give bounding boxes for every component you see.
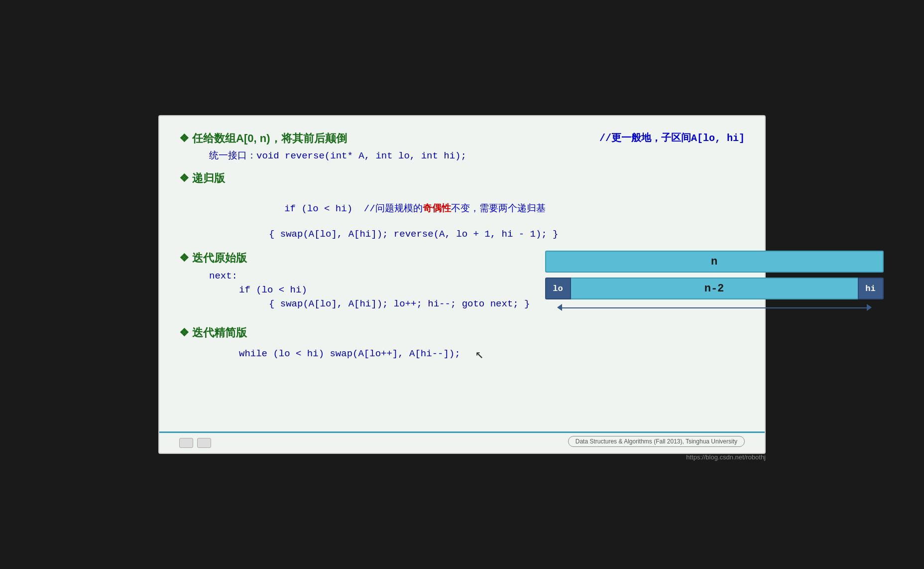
iterative-refined-section: ❖ 迭代精简版 while (lo < hi) swap(A[lo++], A[… <box>179 325 745 362</box>
bar-hi: hi <box>858 278 884 299</box>
iterative-body-line: { swap(A[lo], A[hi]); lo++; hi--; goto n… <box>269 298 530 309</box>
while-line: while (lo < hi) swap(A[lo++], A[hi--]); <box>239 348 461 359</box>
arrow-left <box>557 304 562 311</box>
bar-n: n <box>545 251 884 273</box>
next-label: next: <box>209 271 530 282</box>
footer-btn-1[interactable] <box>179 438 193 448</box>
header-section: ❖ 任给数组A[0, n)，将其前后颠倒 //更一般地，子区间A[lo, hi] <box>179 131 745 146</box>
recursive-section: ❖ 递归版 if (lo < hi) //问题规模的奇偶性不变，需要两个递归基 … <box>179 171 745 240</box>
main-title: ❖ 任给数组A[0, n)，将其前后颠倒 <box>179 131 347 146</box>
arrow-row <box>545 300 884 314</box>
recursive-if-text: if (lo < hi) <box>284 203 364 214</box>
arrow-right <box>867 304 872 311</box>
while-line-row: while (lo < hi) swap(A[lo++], A[hi--]); … <box>239 345 745 362</box>
array-diagram: n lo n-2 hi <box>545 251 884 314</box>
arrow-line <box>558 307 871 308</box>
bar-row: lo n-2 hi <box>545 278 884 299</box>
cursor-icon: ↖ <box>475 345 484 362</box>
bottom-bar <box>159 431 765 433</box>
recursive-title: ❖ 递归版 <box>179 171 745 186</box>
recursive-if-line: if (lo < hi) //问题规模的奇偶性不变，需要两个递归基 <box>239 191 745 226</box>
top-right-comment: //更一般地，子区间A[lo, hi] <box>599 131 745 144</box>
iterative-orig-section: ❖ 迭代原始版 next: if (lo < hi) { swap(A[lo],… <box>179 251 745 314</box>
recursive-body-line: { swap(A[lo], A[hi]); reverse(A, lo + 1,… <box>269 229 745 240</box>
iterative-orig-diagram: n lo n-2 hi <box>545 251 884 314</box>
bar-mid: n-2 <box>571 278 858 299</box>
iterative-orig-title: ❖ 迭代原始版 <box>179 251 530 266</box>
iterative-refined-title: ❖ 迭代精简版 <box>179 325 745 340</box>
interface-line: 统一接口：void reverse(int* A, int lo, int hi… <box>209 149 745 162</box>
watermark: https://blog.csdn.net/robothj <box>686 453 766 461</box>
outer-container: ❖ 任给数组A[0, n)，将其前后颠倒 //更一般地，子区间A[lo, hi]… <box>148 105 776 464</box>
iterative-if-line: if (lo < hi) <box>239 284 530 295</box>
recursive-comment: //问题规模的奇偶性不变，需要两个递归基 <box>364 203 546 214</box>
slide: ❖ 任给数组A[0, n)，将其前后颠倒 //更一般地，子区间A[lo, hi]… <box>158 115 766 454</box>
iterative-orig-row: ❖ 迭代原始版 next: if (lo < hi) { swap(A[lo],… <box>179 251 745 314</box>
footer-badge: Data Structures & Algorithms (Fall 2013)… <box>568 436 745 447</box>
footer-btn-2[interactable] <box>197 438 211 448</box>
bar-lo: lo <box>545 278 571 299</box>
iterative-orig-left: ❖ 迭代原始版 next: if (lo < hi) { swap(A[lo],… <box>179 251 530 312</box>
footer-controls[interactable] <box>179 438 211 448</box>
